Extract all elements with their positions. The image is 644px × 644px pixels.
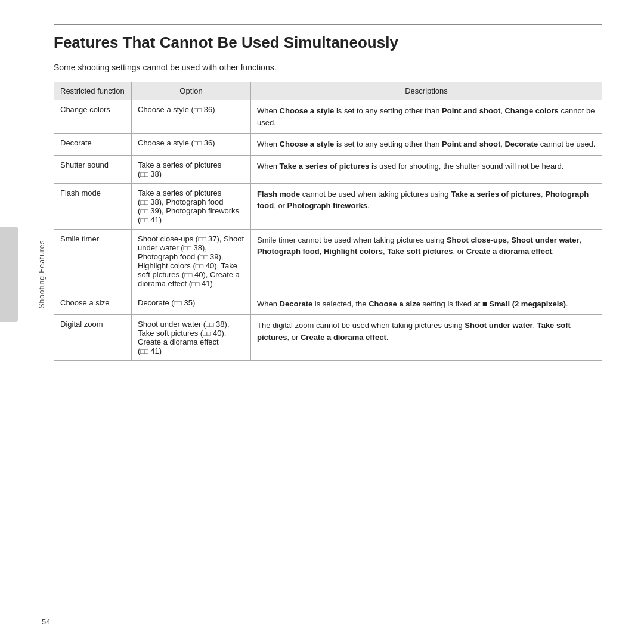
subtitle: Some shooting settings cannot be used wi… [54, 63, 602, 72]
table-row: Smile timerShoot close-ups (□□ 37), Shoo… [54, 229, 602, 293]
page-number: 54 [42, 617, 50, 626]
cell-option: Take a series of pictures (□□ 38) [132, 155, 251, 183]
cell-description: Smile timer cannot be used when taking p… [251, 229, 602, 293]
table-row: Flash modeTake a series of pictures (□□ … [54, 183, 602, 229]
cell-function: Flash mode [54, 183, 132, 229]
cell-description: The digital zoom cannot be used when tak… [251, 315, 602, 361]
cell-function: Smile timer [54, 229, 132, 293]
table-row: Digital zoomShoot under water (□□ 38), T… [54, 315, 602, 361]
cell-description: When Take a series of pictures is used f… [251, 155, 602, 183]
cell-option: Take a series of pictures (□□ 38), Photo… [132, 183, 251, 229]
page: Shooting Features Features That Cannot B… [0, 0, 644, 644]
page-title: Features That Cannot Be Used Simultaneou… [54, 24, 602, 52]
cell-function: Digital zoom [54, 315, 132, 361]
cell-function: Choose a size [54, 293, 132, 315]
features-table: Restricted function Option Descriptions … [54, 82, 602, 361]
cell-function: Change colors [54, 100, 132, 134]
table-row: Change colorsChoose a style (□□ 36)When … [54, 100, 602, 134]
table-row: Shutter soundTake a series of pictures (… [54, 155, 602, 183]
cell-option: Shoot under water (□□ 38), Take soft pic… [132, 315, 251, 361]
cell-description: When Decorate is selected, the Choose a … [251, 293, 602, 315]
cell-description: When Choose a style is set to any settin… [251, 134, 602, 156]
table-row: Choose a sizeDecorate (□□ 35)When Decora… [54, 293, 602, 315]
col-header-descriptions: Descriptions [251, 82, 602, 100]
cell-option: Shoot close-ups (□□ 37), Shoot under wat… [132, 229, 251, 293]
cell-option: Choose a style (□□ 36) [132, 100, 251, 134]
table-header-row: Restricted function Option Descriptions [54, 82, 602, 100]
sidebar-label: Shooting Features [38, 240, 46, 308]
col-header-function: Restricted function [54, 82, 132, 100]
col-header-option: Option [132, 82, 251, 100]
cell-description: Flash mode cannot be used when taking pi… [251, 183, 602, 229]
cell-description: When Choose a style is set to any settin… [251, 100, 602, 134]
sidebar-tab: Shooting Features [0, 227, 18, 322]
table-row: DecorateChoose a style (□□ 36)When Choos… [54, 134, 602, 156]
cell-option: Choose a style (□□ 36) [132, 134, 251, 156]
cell-function: Shutter sound [54, 155, 132, 183]
cell-option: Decorate (□□ 35) [132, 293, 251, 315]
cell-function: Decorate [54, 134, 132, 156]
